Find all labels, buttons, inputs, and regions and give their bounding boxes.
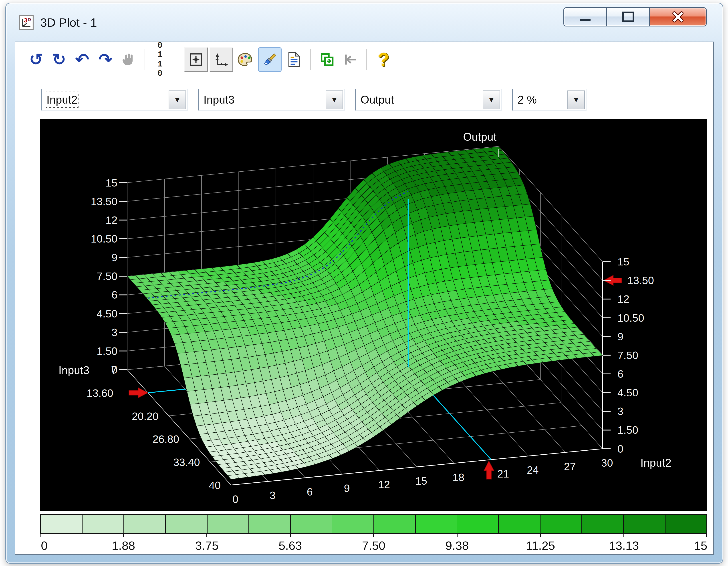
toolbar-separator [310, 49, 311, 70]
app-window: 3 D 3D Plot - 1 ↺ ↻ ↶ ↷ [5, 3, 723, 564]
legend-label: 1.88 [112, 539, 135, 552]
svg-text:1.50: 1.50 [617, 424, 638, 436]
z-field-combobox[interactable]: Output ▼ [355, 89, 502, 111]
dropdown-arrow-icon[interactable]: ▼ [567, 91, 585, 109]
plot-3d-view[interactable]: 01.5034.5067.50910.501213.501501.5034.50… [40, 119, 707, 511]
svg-text:13.50: 13.50 [91, 196, 117, 208]
legend-tick [457, 533, 458, 537]
legend-tick [40, 533, 41, 537]
box-style-icon [189, 52, 203, 67]
legend-tick [290, 533, 291, 537]
close-icon [672, 11, 684, 23]
legend-segment [374, 515, 416, 533]
x-field-value: Input2 [46, 93, 77, 106]
svg-text:Input3: Input3 [58, 364, 89, 376]
svg-text:Output: Output [463, 131, 496, 143]
page-button[interactable] [283, 48, 305, 71]
legend-segment [540, 515, 582, 533]
step-combobox[interactable]: 2 % ▼ [512, 89, 587, 111]
svg-text:3: 3 [111, 326, 117, 338]
legend-tick [373, 533, 374, 537]
axis-numbers-button[interactable]: 0 1 1 0 [151, 48, 172, 71]
tilt-down-icon: ↷ [99, 51, 112, 68]
legend-segment [208, 515, 249, 533]
rotate-left-button[interactable]: ↺ [25, 48, 47, 71]
legend-label: 5.63 [278, 539, 302, 552]
svg-text:27: 27 [564, 461, 576, 472]
legend-tick [706, 533, 707, 537]
svg-text:15: 15 [106, 177, 117, 189]
legend-scale-labels: 01.883.755.637.509.3811.2513.1315 [40, 534, 707, 552]
legend-segment [457, 515, 499, 533]
app-icon: 3 D [19, 15, 34, 30]
box-style-toggle[interactable] [184, 47, 208, 72]
svg-text:1.50: 1.50 [97, 345, 117, 357]
rotate-left-icon: ↺ [29, 51, 43, 68]
dropdown-arrow-icon[interactable]: ▼ [483, 91, 500, 109]
legend-label: 13.13 [609, 539, 639, 552]
legend-segment [416, 515, 457, 533]
palette-button[interactable] [235, 48, 256, 71]
maximize-button[interactable] [606, 7, 650, 26]
dropdown-arrow-icon[interactable]: ▼ [169, 91, 186, 109]
svg-text:0: 0 [617, 443, 623, 455]
dropdown-arrow-icon[interactable]: ▼ [326, 91, 343, 109]
svg-text:12: 12 [106, 214, 117, 226]
svg-text:10.50: 10.50 [617, 312, 644, 324]
copy-button[interactable] [317, 48, 338, 71]
toolbar: ↺ ↻ ↶ ↷ 0 1 1 0 [25, 46, 394, 73]
legend-label: 15 [694, 539, 707, 552]
y-field-combobox[interactable]: Input3 ▼ [198, 89, 345, 111]
svg-text:12: 12 [617, 293, 629, 305]
svg-text:7: 7 [111, 364, 117, 376]
window-controls [564, 7, 707, 26]
help-button[interactable]: ? [373, 48, 394, 71]
svg-text:7.50: 7.50 [617, 349, 638, 361]
z-field-value: Output [361, 93, 394, 106]
reset-view-button[interactable] [340, 48, 361, 71]
legend-label: 11.25 [526, 539, 555, 552]
axis-numbers-icon: 0 1 1 0 [151, 41, 172, 78]
legend-segment [124, 515, 166, 533]
svg-text:6: 6 [617, 368, 623, 380]
legend-label: 7.50 [362, 539, 385, 552]
axes-style-toggle[interactable] [210, 47, 233, 72]
svg-text:9: 9 [111, 252, 117, 264]
minimize-button[interactable] [563, 7, 607, 26]
toolbar-separator [366, 49, 367, 70]
close-button[interactable] [649, 7, 707, 26]
legend-tick [540, 533, 541, 537]
svg-text:33.40: 33.40 [173, 456, 200, 468]
svg-text:3: 3 [617, 405, 623, 417]
x-field-combobox[interactable]: Input2 ▼ [41, 89, 188, 111]
axes-style-icon [214, 52, 229, 67]
legend-tick [206, 533, 207, 537]
legend-segment [291, 515, 332, 533]
rotate-right-button[interactable]: ↻ [48, 48, 70, 71]
legend-segment [499, 515, 540, 533]
plot-area[interactable]: 01.5034.5067.50910.501213.501501.5034.50… [40, 119, 707, 511]
tilt-down-button[interactable]: ↷ [95, 48, 116, 71]
svg-text:15: 15 [617, 256, 629, 268]
legend-tick [123, 533, 124, 537]
svg-text:Input2: Input2 [640, 457, 671, 469]
tilt-up-button[interactable]: ↶ [72, 48, 93, 71]
pan-button[interactable] [118, 48, 139, 71]
copy-icon [319, 52, 335, 67]
toolbar-separator [145, 49, 146, 70]
svg-text:9: 9 [344, 482, 350, 494]
svg-text:18: 18 [452, 471, 464, 483]
pan-hand-icon [121, 52, 137, 68]
window-title: 3D Plot - 1 [40, 16, 97, 29]
surface-mesh[interactable] [127, 147, 603, 479]
svg-text:3: 3 [270, 489, 276, 501]
marker-arrow-up[interactable] [484, 461, 494, 479]
svg-text:0: 0 [232, 493, 238, 505]
svg-text:12: 12 [378, 479, 390, 490]
titlebar[interactable]: 3 D 3D Plot - 1 [6, 3, 723, 42]
svg-text:7.50: 7.50 [97, 270, 117, 282]
svg-text:20.20: 20.20 [132, 410, 158, 422]
paint-surface-toggle[interactable] [258, 47, 282, 72]
step-value: 2 % [518, 93, 537, 106]
svg-text:3: 3 [24, 17, 27, 24]
